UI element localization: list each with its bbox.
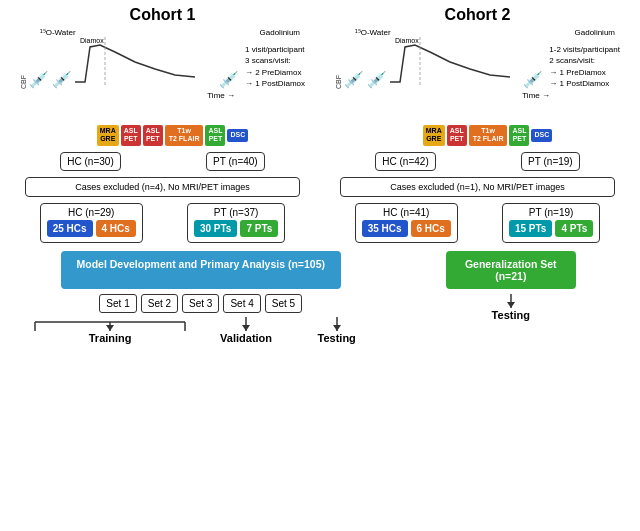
cohort2-pt-after: PT (n=19) 15 PTs 4 PTs (502, 203, 600, 243)
validation-section: Validation (201, 317, 292, 344)
cohort1-pt-7: 7 PTs (240, 220, 278, 237)
bottom-row: Set 1 Set 2 Set 3 Set 4 Set 5 T (10, 294, 630, 344)
cohort1-block-asl2: ASLPET (143, 125, 163, 146)
cohort2-block-asl1: ASLPET (447, 125, 467, 146)
set5-box: Set 5 (265, 294, 302, 313)
testing-left-arrow-svg (312, 317, 362, 332)
cohort1-excluded: Cases excluded (n=4), No MRI/PET images (25, 177, 300, 197)
syringe-icon-5: 💉 (367, 70, 387, 89)
cohort1-column: Cohort 1 ¹⁵O-Water Gadolinium CBF 💉 💉 (10, 6, 315, 246)
cohort1-hc-after-label: HC (n=29) (47, 207, 136, 218)
testing-left-label: Testing (318, 332, 356, 344)
cohort1-diamox-label: Diamox (80, 37, 104, 44)
model-box-container: Model Development and Primary Analysis (… (10, 251, 392, 289)
cohort1-diagram: ¹⁵O-Water Gadolinium CBF 💉 💉 (10, 28, 315, 123)
cohort1-time-label: Time → (10, 91, 315, 100)
cohort2-pt-after-label: PT (n=19) (509, 207, 593, 218)
cohort1-block-mra: MRAGRE (97, 125, 119, 146)
validation-arrow-svg (221, 317, 271, 332)
model-box: Model Development and Primary Analysis (… (61, 251, 341, 289)
cohort2-block-asl2: ASLPET (509, 125, 529, 146)
cohort1-pt-30: 30 PTs (194, 220, 238, 237)
validation-label: Validation (220, 332, 272, 344)
cohort2-diagram: ¹⁵O-Water Gadolinium CBF 💉 💉 Diamox (325, 28, 630, 123)
cohort2-hc-suboxes: 35 HCs 6 HCs (362, 220, 451, 237)
cohort1-block-dsc: DSC (227, 129, 248, 141)
cohort2-water-label: ¹⁵O-Water (355, 28, 391, 37)
cohort1-syringe-row: CBF 💉 💉 Diamox (10, 37, 315, 89)
cohort2-gadolinium-label: Gadolinium (575, 28, 615, 37)
cohort2-diamox-label: Diamox (395, 37, 419, 44)
connector-row: Model Development and Primary Analysis (… (10, 251, 630, 289)
cohort1-hc-after: HC (n=29) 25 HCs 4 HCs (40, 203, 143, 243)
training-arrow-svg (30, 317, 190, 332)
cohort1-syringes-left: 💉 💉 (29, 70, 72, 89)
cohort2-syringe-right: 💉 (523, 70, 543, 89)
cohort1-cbf-label: CBF (20, 44, 27, 89)
cohort1-initial-row: HC (n=30) PT (n=40) (18, 152, 308, 171)
sets-bottom: Training Validation Testing (20, 317, 382, 344)
cohort1-hc-initial: HC (n=30) (60, 152, 120, 171)
cohort2-top-labels: ¹⁵O-Water Gadolinium (325, 28, 630, 37)
cohort2-visit-info: 1-2 visits/participant2 scans/visit:→ 1 … (549, 44, 620, 89)
gen-section: Testing (392, 294, 630, 344)
cohort1-visit-info: 1 visit/participant3 scans/visit:→ 2 Pre… (245, 44, 305, 89)
cohort2-hc-after: HC (n=41) 35 HCs 6 HCs (355, 203, 458, 243)
set2-box: Set 2 (141, 294, 178, 313)
cohort2-hc-initial: HC (n=42) (375, 152, 435, 171)
syringe-icon-6: 💉 (523, 70, 543, 89)
cohort1-curve-area: Diamox (75, 37, 219, 89)
syringe-icon-4: 💉 (344, 70, 364, 89)
cohort1-pt-after: PT (n=37) 30 PTs 7 PTs (187, 203, 285, 243)
cohort1-syringe-right: 💉 (219, 70, 239, 89)
cohort2-title: Cohort 2 (445, 6, 511, 24)
cohort2-initial-row: HC (n=42) PT (n=19) (333, 152, 623, 171)
gen-arrow-svg (486, 294, 536, 309)
cohort1-time-text: Time (207, 91, 224, 100)
cohort2-pt-4: 4 PTs (555, 220, 593, 237)
svg-marker-12 (507, 302, 515, 308)
cohort2-hc-35: 35 HCs (362, 220, 408, 237)
cohort2-block-dsc: DSC (531, 129, 552, 141)
cohort2-syringes-left: 💉 💉 (344, 70, 387, 89)
cohort2-excluded: Cases excluded (n=1), No MRI/PET images (340, 177, 615, 197)
set3-box: Set 3 (182, 294, 219, 313)
syringe-icon-1: 💉 (29, 70, 49, 89)
cohort1-hc-25: 25 HCs (47, 220, 93, 237)
cohort2-syringe-row: CBF 💉 💉 Diamox 💉 (325, 37, 630, 89)
syringe-icon-2: 💉 (52, 70, 72, 89)
svg-marker-10 (333, 325, 341, 331)
cohort1-hc-suboxes: 25 HCs 4 HCs (47, 220, 136, 237)
set4-box: Set 4 (223, 294, 260, 313)
cohort2-pt-15: 15 PTs (509, 220, 553, 237)
cohort1-timeline: MRAGRE ASLPET ASLPET T1wT2 FLAIR ASLPET … (77, 125, 248, 146)
cohort2-block-t1w: T1wT2 FLAIR (469, 125, 508, 146)
cohort1-block-asl1: ASLPET (121, 125, 141, 146)
svg-marker-8 (242, 325, 250, 331)
cohort1-pt-suboxes: 30 PTs 7 PTs (194, 220, 278, 237)
cohorts-row: Cohort 1 ¹⁵O-Water Gadolinium CBF 💉 💉 (10, 6, 630, 246)
gen-box-container: Generalization Set (n=21) (392, 251, 630, 289)
cohort1-curve-svg (75, 37, 195, 87)
cohort1-block-t1w: T1wT2 FLAIR (165, 125, 204, 146)
cohort1-gadolinium-label: Gadolinium (260, 28, 300, 37)
cohort2-hc-after-label: HC (n=41) (362, 207, 451, 218)
cohort2-hc-6: 6 HCs (411, 220, 451, 237)
cohort2-block-mra: MRAGRE (423, 125, 445, 146)
sets-section: Set 1 Set 2 Set 3 Set 4 Set 5 T (10, 294, 392, 344)
cohort2-pt-suboxes: 15 PTs 4 PTs (509, 220, 593, 237)
cohort1-top-labels: ¹⁵O-Water Gadolinium (10, 28, 315, 37)
cohort1-after-row: HC (n=29) 25 HCs 4 HCs PT (n=37) 30 PTs … (18, 203, 308, 243)
cohort2-after-row: HC (n=41) 35 HCs 6 HCs PT (n=19) 15 PTs … (333, 203, 623, 243)
cohort1-pt-initial: PT (n=40) (206, 152, 265, 171)
cohort2-column: Cohort 2 ¹⁵O-Water Gadolinium CBF 💉 💉 (325, 6, 630, 246)
cohort2-timeline: MRAGRE ASLPET T1wT2 FLAIR ASLPET DSC (403, 125, 552, 146)
cohort2-time-label: Time → (325, 91, 630, 100)
cohort1-water-label: ¹⁵O-Water (40, 28, 76, 37)
cohort2-curve-svg (390, 37, 510, 87)
svg-marker-6 (106, 325, 114, 331)
set1-box: Set 1 (99, 294, 136, 313)
cohort2-curve-area: Diamox (390, 37, 523, 89)
main-layout: Cohort 1 ¹⁵O-Water Gadolinium CBF 💉 💉 (0, 0, 640, 531)
gen-box: Generalization Set (n=21) (446, 251, 576, 289)
